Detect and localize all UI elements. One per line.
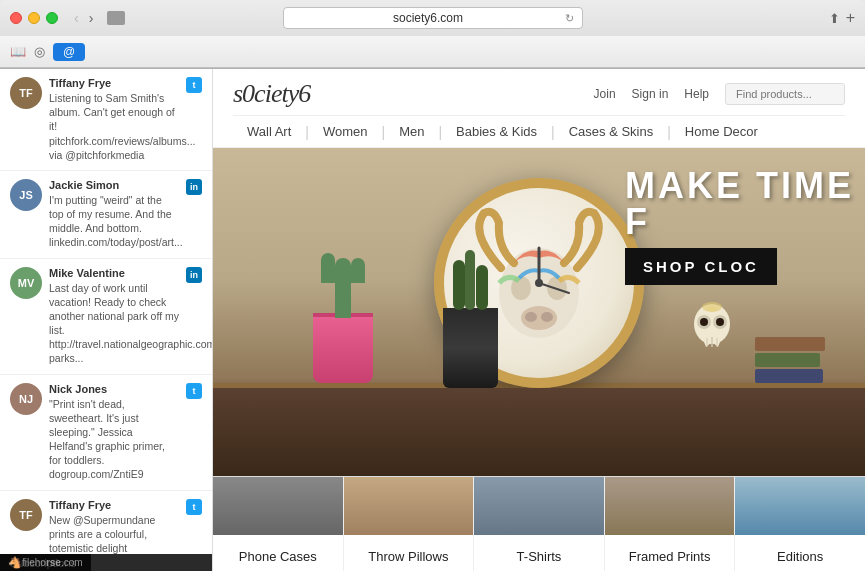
social-content: Jackie Simon I'm putting "weird" at the …: [49, 179, 179, 250]
category-image: [344, 477, 474, 535]
url-text: society6.com: [292, 11, 565, 25]
social-list: TF Tiffany Frye Listening to Sam Smith's…: [0, 69, 212, 571]
category-item[interactable]: Framed Prints: [605, 477, 736, 571]
svg-point-4: [525, 312, 537, 322]
social-name: Tiffany Frye: [49, 499, 179, 511]
nav-men[interactable]: Men: [385, 116, 438, 147]
traffic-lights: [10, 12, 58, 24]
svg-point-13: [716, 318, 724, 326]
nav-women[interactable]: Women: [309, 116, 382, 147]
bookmarks-icon[interactable]: 📖: [10, 44, 26, 59]
tab-overview-icon[interactable]: [107, 11, 125, 25]
plant-pot: [313, 313, 373, 383]
sign-in-link[interactable]: Sign in: [632, 87, 669, 101]
bookmark-toolbar: 📖 ◎ @: [0, 36, 865, 68]
category-label: Framed Prints: [605, 549, 735, 564]
watermark-icon: 🐴: [8, 556, 22, 569]
avatar: JS: [10, 179, 42, 211]
minimize-button[interactable]: [28, 12, 40, 24]
social-text: Listening to Sam Smith's album. Can't ge…: [49, 91, 179, 162]
social-content: Tiffany Frye Listening to Sam Smith's al…: [49, 77, 179, 162]
avatar: NJ: [10, 383, 42, 415]
social-badge: t: [186, 383, 202, 399]
browser-content: TF Tiffany Frye Listening to Sam Smith's…: [0, 69, 865, 571]
back-button[interactable]: ‹: [70, 8, 83, 28]
svg-point-12: [700, 318, 708, 326]
avatar: TF: [10, 77, 42, 109]
category-item[interactable]: Editions: [735, 477, 865, 571]
category-image: [474, 477, 604, 535]
category-image: [213, 477, 343, 535]
skull-figurine: [690, 302, 735, 361]
maximize-button[interactable]: [46, 12, 58, 24]
url-bar[interactable]: society6.com ↻: [283, 7, 583, 29]
reading-list-icon[interactable]: ◎: [34, 44, 45, 59]
reload-icon[interactable]: ↻: [565, 12, 574, 25]
social-badge: in: [186, 267, 202, 283]
product-search[interactable]: [725, 83, 845, 105]
avatar: TF: [10, 499, 42, 531]
nav-babies-kids[interactable]: Babies & Kids: [442, 116, 551, 147]
window-chrome: ‹ › society6.com ↻ ⬆ + 📖 ◎ @: [0, 0, 865, 69]
hero-banner: MAKE TIME F SHOP CLOC: [213, 148, 865, 476]
social-content: Nick Jones "Print isn't dead, sweetheart…: [49, 383, 179, 482]
avatar: MV: [10, 267, 42, 299]
share-button[interactable]: ⬆: [829, 11, 840, 26]
categories-row: Phone Cases Throw Pillows T-Shirts Frame…: [213, 476, 865, 571]
social-name: Jackie Simon: [49, 179, 179, 191]
social-badge: in: [186, 179, 202, 195]
logo-text: s0ciety6: [233, 79, 310, 108]
watermark-text: filehorse.com: [22, 557, 83, 568]
svg-point-8: [535, 279, 543, 287]
bookmark-icons: 📖 ◎ @: [10, 43, 85, 61]
new-tab-button[interactable]: +: [846, 9, 855, 27]
social-text: "Print isn't dead, sweetheart. It's just…: [49, 397, 179, 482]
nav-wall-art[interactable]: Wall Art: [233, 116, 305, 147]
category-label: T-Shirts: [474, 549, 604, 564]
social-content: Mike Valentine Last day of work until va…: [49, 267, 179, 366]
window-actions: ⬆ +: [829, 9, 855, 27]
forward-button[interactable]: ›: [85, 8, 98, 28]
hero-headline: MAKE TIME F: [625, 168, 865, 240]
category-label: Phone Cases: [213, 549, 343, 564]
social-name: Nick Jones: [49, 383, 179, 395]
close-button[interactable]: [10, 12, 22, 24]
social-badge: t: [186, 77, 202, 93]
social-item: NJ Nick Jones "Print isn't dead, sweethe…: [0, 375, 212, 491]
category-label: Throw Pillows: [344, 549, 474, 564]
social-name: Tiffany Frye: [49, 77, 179, 89]
nav-home-decor[interactable]: Home Decor: [671, 116, 772, 147]
hero-text-block: MAKE TIME F SHOP CLOC: [625, 168, 865, 285]
category-item[interactable]: Phone Cases: [213, 477, 344, 571]
floor: [213, 388, 865, 476]
help-link[interactable]: Help: [684, 87, 709, 101]
social-badge: t: [186, 499, 202, 515]
header-actions: Join Sign in Help: [594, 83, 845, 105]
nav-cases-skins[interactable]: Cases & Skins: [555, 116, 668, 147]
social-panel: TF Tiffany Frye Listening to Sam Smith's…: [0, 69, 213, 571]
nav-arrows: ‹ ›: [70, 8, 97, 28]
category-label: Editions: [735, 549, 865, 564]
join-link[interactable]: Join: [594, 87, 616, 101]
site-header: s0ciety6 Join Sign in Help Wall Art | Wo…: [213, 69, 865, 148]
site-header-top: s0ciety6 Join Sign in Help: [233, 69, 845, 115]
site-nav: Wall Art | Women | Men | Babies & Kids |…: [233, 115, 845, 147]
svg-point-5: [541, 312, 553, 322]
social-text: I'm putting "weird" at the top of my res…: [49, 193, 179, 250]
category-image: [735, 477, 865, 535]
books-stack: [755, 337, 825, 383]
plant-dark: [443, 308, 498, 388]
social-name: Mike Valentine: [49, 267, 179, 279]
social-item: JS Jackie Simon I'm putting "weird" at t…: [0, 171, 212, 259]
category-item[interactable]: Throw Pillows: [344, 477, 475, 571]
svg-point-18: [707, 306, 717, 312]
title-bar: ‹ › society6.com ↻ ⬆ +: [0, 0, 865, 36]
social-item: MV Mike Valentine Last day of work until…: [0, 259, 212, 375]
category-item[interactable]: T-Shirts: [474, 477, 605, 571]
category-image: [605, 477, 735, 535]
shop-clocks-button[interactable]: SHOP CLOC: [625, 248, 777, 285]
site-logo: s0ciety6: [233, 79, 310, 109]
at-button[interactable]: @: [53, 43, 85, 61]
website-frame: s0ciety6 Join Sign in Help Wall Art | Wo…: [213, 69, 865, 571]
social-text: Last day of work until vacation! Ready t…: [49, 281, 179, 366]
